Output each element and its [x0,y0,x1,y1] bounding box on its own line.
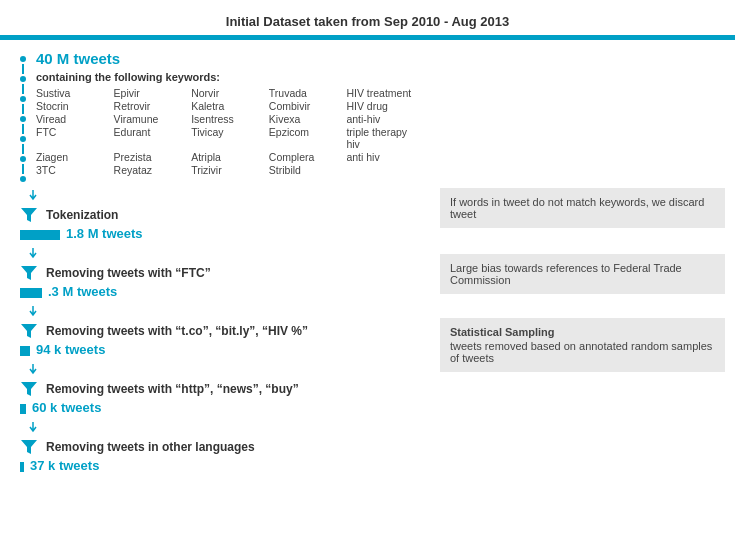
info-box-remove-ftc: Large bias towards references to Federal… [440,254,725,294]
count-label-5: 37 k tweets [30,458,99,473]
right-spacer-1 [440,236,725,254]
kw-1-3: Norvir [191,87,265,99]
dot-2 [20,76,26,82]
step-remove-ftc: Removing tweets with “FTC” .3 M tweets [20,264,420,301]
count-row-3: 94 k tweets [20,342,420,359]
initial-content: 40 M tweets containing the following key… [36,50,420,184]
kw-2-4: Combivir [269,100,343,112]
step-label-remove-lang: Removing tweets in other languages [46,440,255,454]
svg-marker-3 [21,382,37,396]
dot-5 [20,136,26,142]
kw-6-5 [346,164,420,176]
dot-3 [20,96,26,102]
kw-4-1: FTC [36,126,110,150]
kw-2-3: Kaletra [191,100,265,112]
kw-6-3: Trizivir [191,164,265,176]
step-tokenization: Tokenization 1.8 M tweets [20,206,420,243]
kw-4-4: Epzicom [269,126,343,150]
kw-5-2: Prezista [114,151,188,163]
step-label-remove-tco: Removing tweets with “t.co”, “bit.ly”, “… [46,324,308,338]
funnel-row-5: Removing tweets in other languages [20,438,420,456]
step-label-tokenization: Tokenization [46,208,118,222]
funnel-icon-3 [20,322,38,340]
info-text-tokenization: If words in tweet do not match keywords,… [450,196,704,220]
keywords-label: containing the following keywords: [36,71,420,83]
count-label-2: .3 M tweets [48,284,117,299]
info-box-remove-tco: Statistical Sampling tweets removed base… [440,318,725,372]
step-remove-http: Removing tweets with “http”, “news”, “bu… [20,380,420,417]
kw-6-2: Reyataz [114,164,188,176]
count-bar-3 [20,346,30,356]
step-label-remove-ftc: Removing tweets with “FTC” [46,266,211,280]
kw-6-4: Stribild [269,164,343,176]
funnel-row-4: Removing tweets with “http”, “news”, “bu… [20,380,420,398]
right-column: If words in tweet do not match keywords,… [430,40,735,488]
step-remove-tco: Removing tweets with “t.co”, “bit.ly”, “… [20,322,420,359]
kw-6-1: 3TC [36,164,110,176]
keywords-grid: Sustiva Epivir Norvir Truvada HIV treatm… [36,87,420,176]
dot-4 [20,116,26,122]
kw-5-4: Complera [269,151,343,163]
count-bar-1 [20,230,60,240]
kw-5-5: anti hiv [346,151,420,163]
dot-connector-1 [22,64,24,74]
svg-marker-2 [21,324,37,338]
count-label-4: 60 k tweets [32,400,101,415]
kw-5-3: Atripla [191,151,265,163]
dot-connector-6 [22,164,24,174]
kw-4-5: triple therapy hiv [346,126,420,150]
arrow-1 [20,246,420,260]
count-bar-5 [20,462,24,472]
kw-2-1: Stocrin [36,100,110,112]
arrow-0 [20,188,420,202]
count-row-4: 60 k tweets [20,400,420,417]
info-text-remove-ftc: Large bias towards references to Federal… [450,262,682,286]
initial-count: 40 M tweets [36,50,420,67]
funnel-icon-1 [20,206,38,224]
count-bar-4 [20,404,26,414]
svg-marker-0 [21,208,37,222]
arrow-4 [20,420,420,434]
arrow-2 [20,304,420,318]
dot-line [20,50,26,184]
kw-1-2: Epivir [114,87,188,99]
funnel-row-2: Removing tweets with “FTC” [20,264,420,282]
kw-1-5: HIV treatment [346,87,420,99]
svg-marker-1 [21,266,37,280]
page-title: Initial Dataset taken from Sep 2010 - Au… [0,0,735,35]
info-box-title-remove-tco: Statistical Sampling [450,326,715,338]
funnel-icon-4 [20,380,38,398]
kw-2-5: HIV drug [346,100,420,112]
kw-3-4: Kivexa [269,113,343,125]
page: Initial Dataset taken from Sep 2010 - Au… [0,0,735,488]
initial-section: 40 M tweets containing the following key… [20,50,420,184]
dot-connector-3 [22,104,24,114]
kw-3-5: anti-hiv [346,113,420,125]
count-label-3: 94 k tweets [36,342,105,357]
step-remove-lang: Removing tweets in other languages 37 k … [20,438,420,475]
kw-3-3: Isentress [191,113,265,125]
kw-3-2: Viramune [114,113,188,125]
kw-3-1: Viread [36,113,110,125]
arrow-3 [20,362,420,376]
kw-2-2: Retrovir [114,100,188,112]
dot-1 [20,56,26,62]
step-label-remove-http: Removing tweets with “http”, “news”, “bu… [46,382,299,396]
dot-6 [20,156,26,162]
funnel-icon-5 [20,438,38,456]
kw-5-1: Ziagen [36,151,110,163]
kw-4-3: Tivicay [191,126,265,150]
left-column: 40 M tweets containing the following key… [0,40,430,488]
count-row-2: .3 M tweets [20,284,420,301]
info-text-remove-tco: tweets removed based on annotated random… [450,340,712,364]
dot-connector-2 [22,84,24,94]
svg-marker-4 [21,440,37,454]
count-row-1: 1.8 M tweets [20,226,420,243]
right-spacer-0 [440,50,725,188]
count-bar-2 [20,288,42,298]
funnel-icon-2 [20,264,38,282]
dot-7 [20,176,26,182]
dot-connector-4 [22,124,24,134]
funnel-row-3: Removing tweets with “t.co”, “bit.ly”, “… [20,322,420,340]
count-row-5: 37 k tweets [20,458,420,475]
